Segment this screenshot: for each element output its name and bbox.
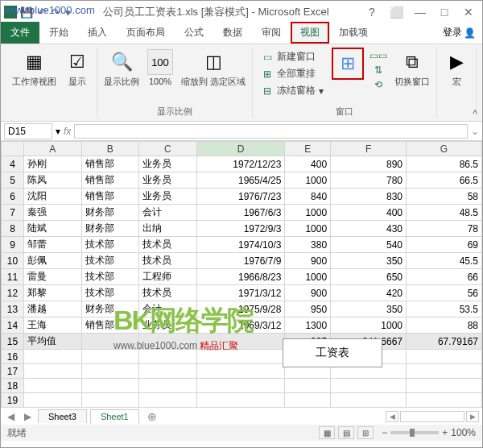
tab-formulas[interactable]: 公式 — [175, 22, 213, 44]
cell[interactable]: 技术部 — [81, 237, 139, 253]
login-link[interactable]: 登录👤 — [436, 22, 482, 44]
column-header[interactable]: D — [196, 142, 285, 156]
namebox-dropdown-icon[interactable]: ▾ — [56, 126, 60, 137]
cell[interactable]: 1000 — [285, 221, 331, 237]
cell[interactable]: 1300 — [285, 317, 331, 334]
cell[interactable]: 1975/9/28 — [196, 301, 285, 317]
cell[interactable] — [196, 364, 285, 379]
cell[interactable] — [81, 364, 139, 379]
cell[interactable] — [285, 379, 331, 393]
cell[interactable]: 69 — [407, 237, 482, 253]
cell[interactable] — [81, 334, 139, 350]
cell[interactable] — [81, 393, 139, 408]
name-box[interactable]: D15 — [4, 123, 52, 139]
cell[interactable] — [331, 393, 407, 408]
cell[interactable]: 78 — [407, 221, 482, 237]
cell[interactable]: 1965/4/25 — [196, 172, 285, 189]
tab-insert[interactable]: 插入 — [78, 22, 117, 44]
cell[interactable]: 86.5 — [407, 156, 482, 172]
cell[interactable]: 彭佩 — [24, 253, 82, 269]
tab-view[interactable]: 视图 — [291, 22, 329, 44]
cell[interactable]: 900 — [285, 253, 331, 269]
cell[interactable] — [196, 393, 285, 408]
cell[interactable]: 销售部 — [81, 156, 139, 172]
cell[interactable]: 380 — [285, 237, 331, 253]
cell[interactable] — [24, 350, 82, 364]
split-button[interactable]: ⊞ — [332, 48, 364, 80]
page-break-view-icon[interactable]: ⊞ — [357, 426, 374, 439]
cell[interactable]: 技术员 — [139, 253, 197, 269]
cell[interactable] — [24, 393, 82, 408]
cell[interactable] — [139, 393, 197, 408]
tab-review[interactable]: 审阅 — [252, 22, 291, 44]
cell[interactable]: 业务员 — [139, 156, 197, 172]
row-header[interactable]: 10 — [2, 253, 24, 269]
cell[interactable]: 540 — [331, 237, 407, 253]
cell[interactable]: 业务员 — [139, 172, 197, 189]
cell[interactable]: 销售部 — [81, 317, 139, 334]
cell[interactable] — [196, 379, 285, 393]
reset-pos-button[interactable]: ⟲ — [370, 78, 386, 91]
cell[interactable]: 890 — [331, 156, 407, 172]
cell[interactable]: 900 — [285, 285, 331, 301]
zoom-out-button[interactable]: − — [382, 427, 387, 438]
maximize-button[interactable]: □ — [434, 4, 455, 20]
cell[interactable]: 400 — [331, 205, 407, 221]
cell[interactable]: 潘越 — [24, 301, 82, 317]
row-header[interactable]: 7 — [2, 205, 24, 221]
cell[interactable] — [139, 350, 197, 364]
row-header[interactable]: 17 — [2, 364, 24, 379]
cell[interactable] — [24, 364, 82, 379]
tab-home[interactable]: 开始 — [39, 22, 78, 44]
column-header[interactable]: A — [24, 142, 82, 156]
row-header[interactable]: 13 — [2, 301, 24, 317]
cell[interactable] — [196, 350, 285, 364]
collapse-ribbon-icon[interactable]: ^ — [473, 108, 477, 119]
sheet-nav-next-icon[interactable]: ▶ — [21, 411, 35, 422]
cell[interactable]: 430 — [331, 221, 407, 237]
row-header[interactable]: 8 — [2, 221, 24, 237]
formula-input[interactable] — [74, 124, 468, 139]
row-header[interactable]: 18 — [2, 379, 24, 393]
cell[interactable] — [196, 334, 285, 350]
cell[interactable]: 销售部 — [81, 189, 139, 205]
tab-file[interactable]: 文件 — [1, 22, 39, 44]
cell[interactable]: 830 — [331, 189, 407, 205]
view-side-button[interactable]: ▭▭ — [370, 49, 386, 62]
cell[interactable]: 技术员 — [139, 237, 197, 253]
sheet-tab[interactable]: Sheet1 — [90, 409, 139, 424]
workbook-views-button[interactable]: ▦工作簿视图 — [10, 48, 58, 89]
column-header[interactable]: C — [139, 142, 197, 156]
cell[interactable] — [81, 350, 139, 364]
cell[interactable]: 财务部 — [81, 301, 139, 317]
cell[interactable]: 1976/7/9 — [196, 253, 285, 269]
cell[interactable]: 1971/3/12 — [196, 285, 285, 301]
cell[interactable]: 650 — [331, 269, 407, 285]
row-header[interactable]: 15 — [2, 334, 24, 350]
column-header[interactable]: G — [407, 142, 482, 156]
cell[interactable] — [407, 379, 482, 393]
cell[interactable] — [139, 334, 197, 350]
cell[interactable] — [407, 393, 482, 408]
cell[interactable]: 业务员 — [139, 317, 197, 334]
cell[interactable]: 1967/6/3 — [196, 205, 285, 221]
row-header[interactable]: 6 — [2, 189, 24, 205]
cell[interactable]: 沈阳 — [24, 189, 82, 205]
fx-icon[interactable]: fx — [64, 126, 71, 137]
column-header[interactable]: F — [331, 142, 407, 156]
cell[interactable]: 出纳 — [139, 221, 197, 237]
cell[interactable]: 1966/8/23 — [196, 269, 285, 285]
arrange-all-button[interactable]: ⊞全部重排 — [259, 66, 325, 81]
cell[interactable]: 孙刚 — [24, 156, 82, 172]
cell[interactable]: 财务部 — [81, 221, 139, 237]
cell[interactable]: 66 — [407, 269, 482, 285]
row-header[interactable]: 14 — [2, 317, 24, 334]
cell[interactable]: 王海 — [24, 317, 82, 334]
cell[interactable]: 会计 — [139, 205, 197, 221]
row-header[interactable]: 4 — [2, 156, 24, 172]
cell[interactable]: 1000 — [285, 269, 331, 285]
cell[interactable]: 雷曼 — [24, 269, 82, 285]
cell[interactable]: 陈凤 — [24, 172, 82, 189]
cell[interactable]: 88 — [407, 317, 482, 334]
zoom-selection-button[interactable]: ◫缩放到 选定区域 — [180, 48, 247, 89]
